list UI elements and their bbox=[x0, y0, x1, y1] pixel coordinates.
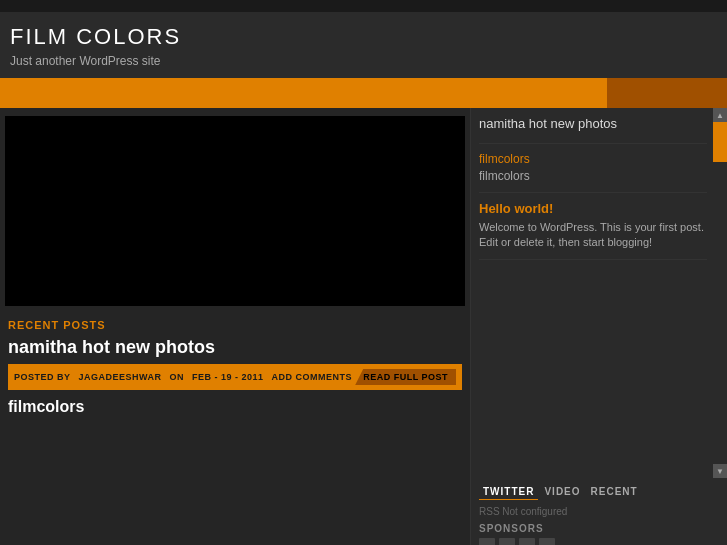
hello-world-title: Hello world! bbox=[479, 201, 707, 216]
post-1-meta-left: POSTED BY JAGADEESHWAR ON FEB - 19 - 201… bbox=[14, 372, 352, 382]
site-header: FILM COLORS Just another WordPress site bbox=[0, 12, 727, 78]
sidebar-widget-1: namitha hot new photos bbox=[479, 116, 707, 144]
read-full-post-button[interactable]: READ FULL POST bbox=[355, 369, 456, 385]
hello-world-text: Welcome to WordPress. This is your first… bbox=[479, 220, 707, 251]
sidebar-widget-1-title: namitha hot new photos bbox=[479, 116, 707, 131]
sponsor-dot-1 bbox=[479, 538, 495, 545]
post-1-comments[interactable]: ADD COMMENTS bbox=[272, 372, 353, 382]
bottom-left bbox=[0, 478, 470, 545]
tab-content: RSS Not configured bbox=[479, 506, 719, 517]
scroll-thumb[interactable] bbox=[713, 122, 727, 162]
nav-bar bbox=[0, 78, 727, 108]
scroll-down-button[interactable]: ▼ bbox=[713, 464, 727, 478]
left-content: RECENT POSTS namitha hot new photos POST… bbox=[0, 108, 470, 478]
sponsor-dots bbox=[479, 538, 719, 545]
post-1-author: JAGADEESHWAR bbox=[79, 372, 162, 382]
tab-bar: TWITTER VIDEO RECENT bbox=[479, 484, 719, 500]
right-sidebar: namitha hot new photos filmcolors filmco… bbox=[470, 108, 727, 478]
tab-video[interactable]: VIDEO bbox=[540, 484, 584, 500]
bottom-section: TWITTER VIDEO RECENT RSS Not configured … bbox=[0, 478, 727, 545]
scroll-track bbox=[713, 122, 727, 464]
sidebar-widget-2-text: filmcolors bbox=[479, 169, 530, 183]
featured-image bbox=[5, 116, 465, 306]
site-title: FILM COLORS bbox=[10, 24, 717, 50]
top-bar bbox=[0, 0, 727, 12]
sidebar-widget-hello: Hello world! Welcome to WordPress. This … bbox=[479, 201, 707, 260]
tab-twitter[interactable]: TWITTER bbox=[479, 484, 538, 500]
post-1-date: FEB - 19 - 2011 bbox=[192, 372, 264, 382]
sponsor-dot-2 bbox=[499, 538, 515, 545]
site-tagline: Just another WordPress site bbox=[10, 54, 717, 68]
sponsor-dot-4 bbox=[539, 538, 555, 545]
main-content: RECENT POSTS namitha hot new photos POST… bbox=[0, 108, 727, 478]
post-1-meta-bar: POSTED BY JAGADEESHWAR ON FEB - 19 - 201… bbox=[8, 364, 462, 390]
sidebar-inner: namitha hot new photos filmcolors filmco… bbox=[471, 108, 727, 276]
post-1-title[interactable]: namitha hot new photos bbox=[8, 337, 462, 358]
posted-by-label: POSTED BY bbox=[14, 372, 71, 382]
on-label: ON bbox=[170, 372, 185, 382]
sponsors-label: SPONSORS bbox=[479, 523, 719, 534]
sidebar-scrollbar[interactable]: ▲ ▼ bbox=[713, 108, 727, 478]
scroll-up-button[interactable]: ▲ bbox=[713, 108, 727, 122]
recent-posts-label: RECENT POSTS bbox=[8, 319, 462, 331]
bottom-right: TWITTER VIDEO RECENT RSS Not configured … bbox=[470, 478, 727, 545]
sponsor-dot-3 bbox=[519, 538, 535, 545]
tab-recent[interactable]: RECENT bbox=[587, 484, 642, 500]
recent-posts-section: RECENT POSTS namitha hot new photos POST… bbox=[0, 311, 470, 478]
sponsors-section: SPONSORS bbox=[479, 523, 719, 545]
post-2-title[interactable]: filmcolors bbox=[8, 398, 462, 416]
sidebar-widget-2: filmcolors filmcolors bbox=[479, 152, 707, 193]
search-button[interactable] bbox=[607, 78, 727, 108]
sidebar-widget-2-link[interactable]: filmcolors bbox=[479, 152, 707, 166]
